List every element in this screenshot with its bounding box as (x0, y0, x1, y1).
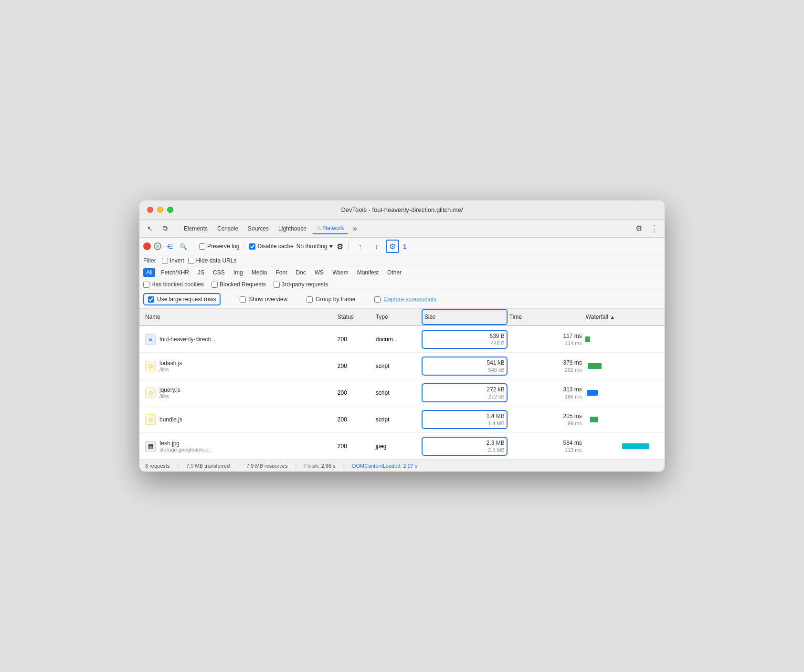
record-button[interactable] (143, 242, 151, 250)
time-secondary: 99 ms (568, 420, 582, 426)
header-waterfall[interactable]: Waterfall ▲ 1 (584, 310, 661, 324)
third-party-label[interactable]: 3rd-party requests (274, 281, 328, 288)
tab-console[interactable]: Console (213, 223, 242, 234)
tab-elements[interactable]: Elements (180, 223, 212, 234)
table-row[interactable]: ◇ lodash.js /libs 200script 541 kB 540 k… (139, 353, 665, 379)
clear-button[interactable]: ⊘ (154, 242, 161, 250)
time-cell: 205 ms 99 ms (508, 411, 584, 428)
more-tabs-button[interactable]: » (350, 224, 360, 233)
status-cell: 200 (336, 361, 374, 371)
import-button[interactable]: ↑ (353, 240, 367, 253)
size-cell: 639 B 448 B (422, 330, 508, 349)
waterfall-bar (587, 390, 598, 396)
type-other-button[interactable]: Other (384, 268, 404, 277)
header-size[interactable]: Size (422, 309, 508, 325)
use-large-rows-checkbox[interactable] (148, 296, 154, 303)
blocked-requests-label[interactable]: Blocked Requests (212, 281, 266, 288)
search-button[interactable]: 🔍 (178, 242, 189, 251)
blocked-cookies-checkbox[interactable] (143, 282, 149, 288)
file-name: jquery.js (159, 387, 180, 393)
device-icon[interactable]: ⧉ (159, 222, 172, 235)
type-ws-button[interactable]: WS (312, 268, 327, 277)
table-row[interactable]: ◇ bundle.js 200script 1.4 MB 1.4 MB 205 … (139, 406, 665, 433)
disable-cache-label[interactable]: Disable cache (249, 243, 293, 250)
type-all-button[interactable]: All (143, 268, 155, 277)
header-type[interactable]: Type (374, 310, 422, 324)
tab-network[interactable]: ⚠Network (312, 223, 348, 234)
devtools-settings-button[interactable]: ⚙ (632, 222, 645, 235)
table-row[interactable]: ≡ foul-heavenly-directi... 200docum... 6… (139, 326, 665, 353)
header-time[interactable]: Time (508, 310, 584, 324)
show-overview-label[interactable]: Show overview (240, 296, 287, 303)
type-img-button[interactable]: Img (231, 268, 246, 277)
toolbar-separator (176, 224, 176, 233)
group-by-frame-checkbox[interactable] (307, 296, 313, 303)
time-secondary: 113 ms (565, 447, 582, 453)
type-css-button[interactable]: CSS (210, 268, 228, 277)
name-text: fesh.jpg storage.googleapis.c... (159, 440, 212, 452)
preserve-log-label[interactable]: Preserve log (199, 243, 239, 250)
filter-button[interactable]: ⋲ (164, 242, 175, 251)
header-name[interactable]: Name (143, 310, 336, 324)
type-doc-button[interactable]: Doc (293, 268, 308, 277)
type-manifest-button[interactable]: Manifest (354, 268, 381, 277)
network-settings-active-button[interactable]: ⚙ (386, 240, 399, 253)
hide-data-urls-label[interactable]: Hide data URLs (188, 257, 237, 264)
disable-cache-checkbox[interactable] (249, 243, 255, 250)
waterfall-cell (584, 435, 661, 458)
size-primary: 272 kB (487, 386, 504, 393)
file-path: storage.googleapis.c... (159, 447, 212, 452)
waterfall-cell (584, 328, 661, 351)
filter-label: Filter (143, 257, 156, 264)
type-fetch-xhr-button[interactable]: Fetch/XHR (158, 268, 192, 277)
maximize-button[interactable] (167, 207, 173, 213)
invert-label[interactable]: Invert (162, 257, 184, 264)
third-party-checkbox[interactable] (274, 282, 280, 288)
status-cell: 200 (336, 414, 374, 425)
use-large-rows-label[interactable]: Use large request rows (143, 293, 221, 305)
options-bar: Use large request rows Show overview Gro… (139, 290, 665, 309)
status-cell: 200 (336, 388, 374, 398)
header-status[interactable]: Status (336, 310, 374, 324)
blocked-requests-checkbox[interactable] (212, 282, 218, 288)
hide-data-urls-checkbox[interactable] (188, 258, 194, 264)
waterfall-cell (584, 408, 661, 431)
file-name: fesh.jpg (159, 440, 212, 447)
capture-screenshots-checkbox[interactable] (374, 296, 381, 303)
throttling-button[interactable]: No throttling ▼ (296, 243, 334, 250)
devtools-more-button[interactable]: ⋮ (647, 222, 661, 235)
time-primary: 584 ms (563, 440, 582, 446)
minimize-button[interactable] (157, 207, 163, 213)
table-row[interactable]: ◇ jquery.js /libs 200script 272 kB 272 k… (139, 379, 665, 406)
tab-sources[interactable]: Sources (244, 223, 273, 234)
waterfall-bar-container (584, 437, 661, 456)
file-icon: ◇ (145, 388, 156, 398)
export-button[interactable]: ↓ (370, 240, 383, 253)
status-cell: 200 (336, 334, 374, 345)
table-row[interactable]: ▦ fesh.jpg storage.googleapis.c... 200jp… (139, 433, 665, 460)
group-by-frame-label[interactable]: Group by frame (307, 296, 355, 303)
close-button[interactable] (147, 207, 153, 213)
blocked-cookies-label[interactable]: Has blocked cookies (143, 281, 204, 288)
preserve-log-checkbox[interactable] (199, 243, 205, 250)
type-wasm-button[interactable]: Wasm (329, 268, 351, 277)
capture-screenshots-label[interactable]: Capture screenshots (374, 296, 436, 303)
size-secondary: 540 kB (488, 367, 505, 373)
tab-lighthouse[interactable]: Lighthouse (275, 223, 310, 234)
type-media-button[interactable]: Media (249, 268, 270, 277)
invert-checkbox[interactable] (162, 258, 168, 264)
requests-count: 8 requests (145, 463, 169, 469)
size-cell: 1.4 MB 1.4 MB (422, 410, 508, 429)
separator (348, 242, 349, 251)
file-name: foul-heavenly-directi... (159, 336, 215, 343)
resources-size: 7.9 MB resources (246, 463, 287, 469)
waterfall-bar-container (584, 383, 661, 402)
type-font-button[interactable]: Font (273, 268, 290, 277)
size-secondary: 1.4 MB (488, 420, 505, 426)
type-js-button[interactable]: JS (195, 268, 207, 277)
inspector-icon[interactable]: ↖ (143, 222, 157, 235)
show-overview-checkbox[interactable] (240, 296, 246, 303)
network-toolbar: ⊘ ⋲ 🔍 Preserve log Disable cache No thro… (139, 238, 665, 255)
time-cell: 379 ms 202 ms (508, 357, 584, 375)
table-body: ≡ foul-heavenly-directi... 200docum... 6… (139, 326, 665, 460)
